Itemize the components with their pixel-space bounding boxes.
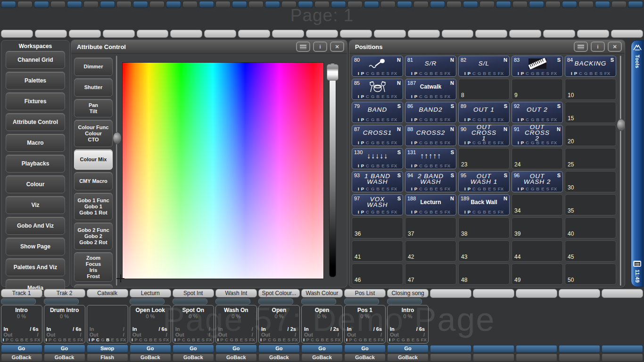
position-cell-82[interactable]: 82NS/LIPCGBESFX	[458, 56, 510, 77]
position-cell-188[interactable]: 188NLecturnIPCGBESFX	[405, 194, 456, 215]
menu-icon[interactable]	[574, 41, 588, 52]
tools-sidebar[interactable]: Tools 11:49	[631, 40, 644, 287]
goback-button[interactable]	[516, 354, 557, 362]
attribute-button-gobo-1-func[interactable]: Gobo 1 Func Gobo 1 Gobo 1 Rot	[74, 193, 113, 220]
goback-button[interactable]: GoBack	[387, 354, 429, 362]
playback-fader-slot[interactable]	[215, 298, 250, 304]
goback-button[interactable]: GoBack	[173, 354, 214, 362]
go-button[interactable]: Go	[173, 345, 214, 353]
playback-tab[interactable]	[559, 289, 600, 298]
workspace-button-palettes[interactable]: Palettes	[6, 72, 65, 90]
playback-fader-slot[interactable]	[344, 298, 379, 304]
position-cell-43[interactable]: 43	[458, 240, 510, 262]
playback-tab[interactable]	[516, 289, 557, 298]
positions-scrollbar[interactable]	[620, 56, 621, 286]
playback-fader-slot[interactable]	[301, 298, 336, 304]
position-cell-84[interactable]: 84SBACKINGIPCGBESFX	[565, 56, 616, 77]
position-cell-37[interactable]: 37	[405, 217, 456, 239]
go-button[interactable]	[516, 345, 557, 353]
position-cell-91[interactable]: 91NOUT CROSS 2IPCGBESFX	[512, 125, 563, 146]
playback-fader-slot[interactable]	[258, 298, 293, 304]
top-tab[interactable]	[1, 30, 33, 38]
top-tab[interactable]	[272, 30, 304, 38]
position-cell-36[interactable]: 36	[352, 217, 403, 239]
attribute-button-pan[interactable]: Pan Tilt	[74, 99, 113, 117]
position-cell-187[interactable]: 187NCatwalkIPCGBESFX	[405, 79, 456, 100]
go-button[interactable]: Go	[344, 345, 386, 353]
playback-tab[interactable]: Wash Colour	[301, 289, 343, 297]
position-cell-10[interactable]: 10	[565, 79, 616, 100]
playback-info-box[interactable]: Wash On0 %In/Out/IPCGBESFX	[215, 305, 257, 344]
info-icon[interactable]: i	[591, 41, 605, 52]
position-cell-130[interactable]: 130S↓↓↓↓↓IPCGBESFX	[352, 148, 403, 169]
position-cell-94[interactable]: 94S2 BAND WASHIPCGBESFX	[405, 171, 456, 192]
goback-button[interactable]: GoBack	[1, 354, 42, 362]
top-tab[interactable]	[509, 30, 541, 38]
position-cell-89[interactable]: 89SOUT 1IPCGBESFX	[458, 102, 510, 123]
workspace-button-playbacks[interactable]: Playbacks	[6, 155, 65, 173]
playback-info-box[interactable]: Drum Intro0 %In/ 6sOut/IPCGBESFX	[44, 305, 85, 344]
position-cell-87[interactable]: 87NCROSS1IPCGBESFX	[352, 125, 403, 146]
playback-tab[interactable]: Catwalk	[87, 289, 128, 297]
top-tab[interactable]	[442, 30, 474, 38]
position-cell-92[interactable]: 92SOUT 2IPCGBESFX	[512, 102, 563, 123]
position-cell-96[interactable]: 96SOUT WASH 2IPCGBESFX	[512, 171, 563, 192]
position-cell-90[interactable]: 90NOUT CROSS 1IPCGBESFX	[458, 125, 510, 146]
attribute-button-shutter[interactable]: Shutter	[74, 78, 113, 97]
top-tab[interactable]	[35, 30, 67, 38]
playback-fader-slot[interactable]	[130, 298, 165, 304]
position-cell-86[interactable]: 86SBAND2IPCGBESFX	[405, 102, 456, 123]
brightness-slider-thumb[interactable]	[327, 64, 339, 81]
playback-info-box[interactable]: Spot On0 %In/Out/IPCGBESFX	[173, 305, 214, 344]
top-tab[interactable]	[340, 30, 372, 38]
goback-button[interactable]	[559, 354, 600, 362]
close-icon[interactable]: ✕	[608, 41, 622, 52]
workspace-button-palettes-and-viz[interactable]: Palettes And Viz	[6, 258, 65, 276]
goback-button[interactable]: GoBack	[130, 354, 171, 362]
go-button[interactable]: Go	[387, 345, 429, 353]
workspace-button-colour[interactable]: Colour	[6, 175, 65, 193]
positions-scroll-knob[interactable]	[617, 119, 625, 131]
position-cell-88[interactable]: 88NCROSS2IPCGBESFX	[405, 125, 456, 146]
goback-button[interactable]: GoBack	[258, 354, 300, 362]
attribute-button-gobo-2-func[interactable]: Gobo 2 Func Gobo 2 Gobo 2 Rot	[74, 222, 113, 250]
playback-fader-slot[interactable]	[387, 298, 422, 304]
position-cell-189[interactable]: 189NBack WallIPCGBESFX	[458, 194, 510, 215]
go-button[interactable]: Go	[44, 345, 85, 353]
playback-info-box[interactable]: In/Out/IPCGBESFX	[87, 305, 128, 344]
playback-tab[interactable]: Trak 2	[44, 289, 85, 297]
position-cell-42[interactable]: 42	[405, 240, 456, 262]
top-tab[interactable]	[577, 30, 609, 38]
playback-tab[interactable]	[473, 289, 514, 298]
top-tab[interactable]	[611, 30, 643, 38]
attribute-button-dimmer[interactable]: Dimmer	[74, 58, 113, 76]
position-cell-39[interactable]: 39	[512, 217, 563, 239]
playback-tab[interactable]: Closing song	[387, 289, 429, 297]
playback-info-box[interactable]: Intro0 %In/ 6sOut/IPCGBESFX	[1, 305, 42, 344]
colour-mix-picker[interactable]	[122, 62, 324, 279]
top-tab[interactable]	[103, 30, 135, 38]
attribute-button-effect-func[interactable]: Effect Func	[74, 284, 113, 288]
position-cell-48[interactable]: 48	[458, 263, 510, 285]
position-cell-93[interactable]: 93S1 BAND WASHIPCGBESFX	[352, 171, 403, 192]
workspace-button-channel-grid[interactable]: Channel Grid	[6, 51, 65, 69]
playback-tab[interactable]: Track 1	[1, 289, 42, 297]
top-tab[interactable]	[69, 30, 101, 38]
position-cell-34[interactable]: 34	[512, 194, 563, 215]
go-button[interactable]: Go	[1, 345, 42, 353]
playback-tab[interactable]: Lecturn	[130, 289, 171, 297]
position-cell-9[interactable]: 9	[512, 79, 563, 100]
attribute-button-zoom[interactable]: Zoom Focus Iris Frost	[74, 252, 113, 282]
workspace-button-viz[interactable]: Viz	[6, 196, 65, 214]
top-tab[interactable]	[204, 30, 236, 38]
playback-fader-slot[interactable]	[44, 298, 79, 304]
go-button[interactable]	[473, 345, 514, 353]
position-cell-25[interactable]: 25	[565, 148, 616, 169]
playback-info-box[interactable]: Open0 %In/ 2sOut/IPCGBESFX	[301, 305, 343, 344]
attribute-button-colour-func[interactable]: Colour Func Colour CTO	[74, 120, 113, 147]
go-button[interactable]: Go	[301, 345, 343, 353]
position-cell-49[interactable]: 49	[512, 263, 563, 285]
position-cell-50[interactable]: 50	[565, 263, 616, 285]
position-cell-46[interactable]: 46	[352, 263, 403, 285]
position-cell-95[interactable]: 95SOUT WASH 1IPCGBESFX	[458, 171, 510, 192]
